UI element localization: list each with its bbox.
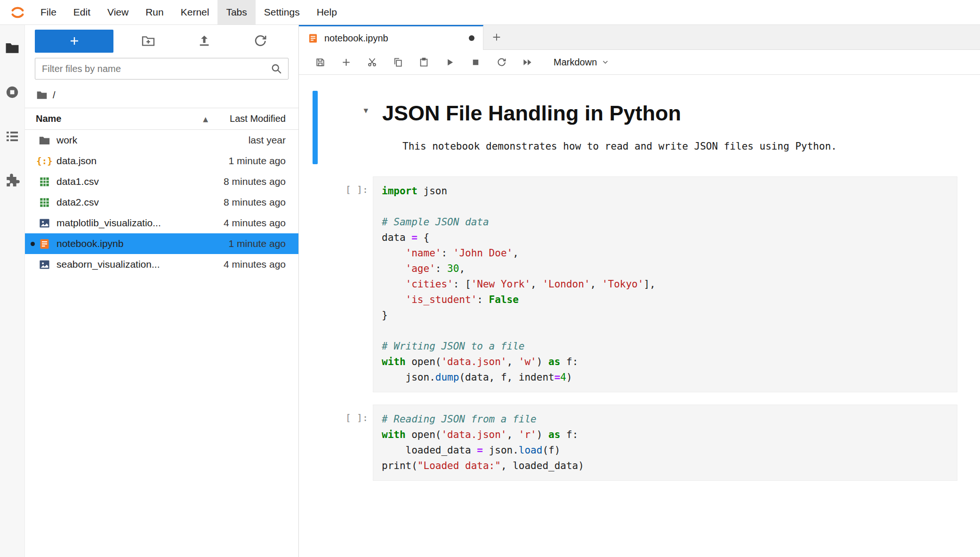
csv-icon xyxy=(38,196,51,209)
file-name: work xyxy=(56,135,77,146)
code-line: 'name': 'John Doe', xyxy=(382,246,948,261)
image-icon xyxy=(38,258,51,271)
file-browser-panel: / Name ▲ Last Modified worklast year{:}d… xyxy=(25,25,299,557)
file-modified: 4 minutes ago xyxy=(224,259,286,270)
activity-bar xyxy=(0,25,25,557)
markdown-title: JSON File Handling in Python xyxy=(382,101,957,126)
menu-help[interactable]: Help xyxy=(308,0,345,24)
menu-run[interactable]: Run xyxy=(137,0,172,24)
file-row-work[interactable]: worklast year xyxy=(25,130,298,151)
file-modified: 4 minutes ago xyxy=(224,217,286,229)
new-launcher-button[interactable] xyxy=(35,30,113,53)
new-folder-button[interactable] xyxy=(141,33,156,48)
code-line xyxy=(382,323,948,339)
cell-type-dropdown[interactable]: Markdown xyxy=(554,57,610,68)
stop-button[interactable] xyxy=(463,52,489,72)
file-row-data1-csv[interactable]: data1.csv8 minutes ago xyxy=(25,171,298,192)
upload-button[interactable] xyxy=(197,33,212,48)
execution-prompt: [ ]: xyxy=(318,405,373,481)
sort-ascending-icon: ▲ xyxy=(203,115,208,123)
jupyter-logo-icon xyxy=(7,0,28,24)
cell-collapser[interactable] xyxy=(313,91,318,164)
file-name: notebook.ipynb xyxy=(56,238,123,249)
code-line: # Sample JSON data xyxy=(382,215,948,230)
notebook-icon xyxy=(307,32,319,44)
name-column-header[interactable]: Name ▲ xyxy=(36,113,230,124)
execution-prompt: [ ]: xyxy=(318,176,373,392)
code-cell[interactable]: [ ]:import json # Sample JSON datadata =… xyxy=(299,176,980,392)
code-line: with open('data.json', 'w') as f: xyxy=(382,354,948,370)
markdown-cell[interactable]: ▾JSON File Handling in PythonThis notebo… xyxy=(299,91,980,164)
code-cell[interactable]: [ ]:# Reading JSON from a filewith open(… xyxy=(299,405,980,481)
file-modified: 1 minute ago xyxy=(229,155,286,167)
code-line: json.dump(data, f, indent=4) xyxy=(382,370,948,385)
code-line: # Reading JSON from a file xyxy=(382,412,948,427)
filter-box xyxy=(35,58,289,80)
new-tab-button[interactable] xyxy=(486,25,507,49)
code-line: print("Loaded data:", loaded_data) xyxy=(382,458,948,474)
file-modified: 1 minute ago xyxy=(229,238,286,249)
breadcrumb[interactable]: / xyxy=(25,84,298,108)
tab-notebook[interactable]: notebook.ipynb xyxy=(299,25,483,50)
copy-button[interactable] xyxy=(385,52,411,72)
cut-button[interactable] xyxy=(359,52,385,72)
unsaved-changes-indicator[interactable] xyxy=(469,35,474,41)
table-of-contents-icon[interactable] xyxy=(4,128,20,144)
filter-input[interactable] xyxy=(35,58,289,80)
paste-button[interactable] xyxy=(411,52,437,72)
running-sessions-icon[interactable] xyxy=(4,84,20,100)
file-row-notebook-ipynb[interactable]: notebook.ipynb1 minute ago xyxy=(25,233,298,254)
menu-settings[interactable]: Settings xyxy=(256,0,308,24)
code-line xyxy=(382,199,948,215)
image-icon xyxy=(38,217,51,230)
code-line: import json xyxy=(382,183,948,199)
menu-bar: FileEditViewRunKernelTabsSettingsHelp xyxy=(0,0,980,25)
file-browser-toolbar xyxy=(25,25,298,57)
modified-column-header[interactable]: Last Modified xyxy=(230,113,286,124)
search-icon xyxy=(270,62,283,75)
code-line: 'cities': ['New York', 'London', 'Tokyo'… xyxy=(382,277,948,292)
notebook-content: ▾JSON File Handling in PythonThis notebo… xyxy=(299,75,980,557)
code-line: data = { xyxy=(382,230,948,246)
running-indicator xyxy=(31,242,38,246)
file-row-data2-csv[interactable]: data2.csv8 minutes ago xyxy=(25,192,298,213)
file-row-seaborn-visualization-[interactable]: seaborn_visualization...4 minutes ago xyxy=(25,254,298,275)
cell-collapser[interactable] xyxy=(313,405,318,481)
cell-type-label: Markdown xyxy=(554,57,597,68)
save-button[interactable] xyxy=(307,52,333,72)
toolbar-buttons xyxy=(307,52,540,72)
code-line: with open('data.json', 'r') as f: xyxy=(382,427,948,443)
markdown-collapse-icon[interactable]: ▾ xyxy=(318,91,373,164)
breadcrumb-path: / xyxy=(53,90,56,101)
notebook-icon xyxy=(38,238,51,250)
insert-button[interactable] xyxy=(333,52,359,72)
menu-file[interactable]: File xyxy=(32,0,65,24)
code-editor[interactable]: # Reading JSON from a filewith open('dat… xyxy=(373,405,957,481)
menu-edit[interactable]: Edit xyxy=(65,0,99,24)
file-row-matplotlib-visualizatio-[interactable]: matplotlib_visualizatio...4 minutes ago xyxy=(25,213,298,233)
menu-kernel[interactable]: Kernel xyxy=(172,0,218,24)
json-icon: {:} xyxy=(38,155,51,167)
extensions-icon[interactable] xyxy=(4,173,20,189)
run-all-button[interactable] xyxy=(514,52,540,72)
code-line: 'is_student': False xyxy=(382,292,948,308)
home-folder-icon xyxy=(36,89,48,101)
main-panel: notebook.ipynb Markdown ▾JSON File Handl… xyxy=(299,25,980,557)
menu-tabs[interactable]: Tabs xyxy=(217,0,255,24)
menu-view[interactable]: View xyxy=(99,0,137,24)
file-name: data.json xyxy=(56,155,96,167)
markdown-body: This notebook demonstrates how to read a… xyxy=(402,141,957,152)
tab-bar: notebook.ipynb xyxy=(299,25,980,50)
cell-collapser[interactable] xyxy=(313,176,318,392)
run-button[interactable] xyxy=(437,52,463,72)
refresh-button[interactable] xyxy=(253,33,268,48)
restart-button[interactable] xyxy=(489,52,514,72)
menu-items: FileEditViewRunKernelTabsSettingsHelp xyxy=(32,0,345,24)
code-line: } xyxy=(382,308,948,323)
file-browser-icon[interactable] xyxy=(4,40,20,56)
code-editor[interactable]: import json # Sample JSON datadata = { '… xyxy=(373,176,957,392)
file-row-data-json[interactable]: {:}data.json1 minute ago xyxy=(25,151,298,171)
file-list: worklast year{:}data.json1 minute agodat… xyxy=(25,130,298,557)
jupyterlab-window: FileEditViewRunKernelTabsSettingsHelp xyxy=(0,0,980,557)
rendered-markdown[interactable]: JSON File Handling in PythonThis noteboo… xyxy=(373,91,957,164)
